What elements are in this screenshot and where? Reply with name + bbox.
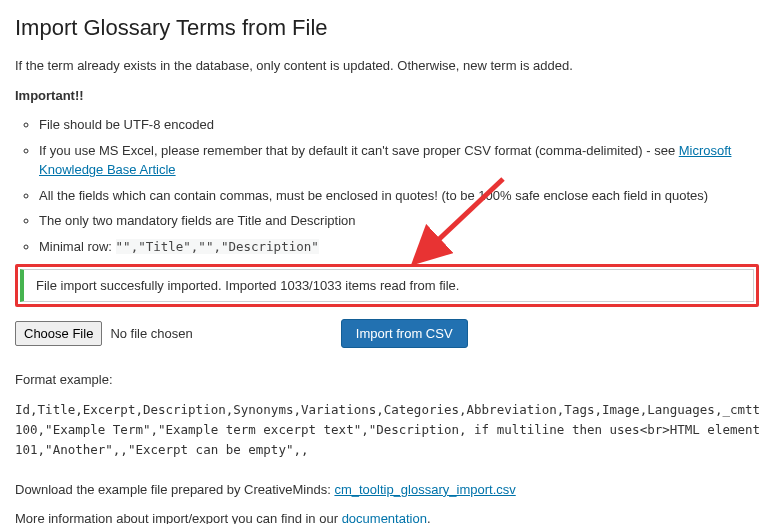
minimal-row-code: "","Title","","Description" — [116, 239, 319, 254]
list-item: All the fields which can contain commas,… — [39, 186, 759, 206]
highlight-box: File import succesfully imported. Import… — [15, 264, 759, 307]
documentation-link[interactable]: documentation — [342, 511, 427, 524]
download-text: Download the example file prepared by Cr… — [15, 480, 759, 500]
minimal-label: Minimal row: — [39, 239, 116, 254]
file-row: Choose File No file chosen Import from C… — [15, 319, 759, 348]
moreinfo-pre: More information about import/export you… — [15, 511, 342, 524]
important-label: Important!! — [15, 86, 759, 106]
list-item: Minimal row: "","Title","","Description" — [39, 237, 759, 257]
format-example-label: Format example: — [15, 370, 759, 390]
important-list: File should be UTF-8 encoded If you use … — [15, 115, 759, 256]
list-item: File should be UTF-8 encoded — [39, 115, 759, 135]
page-title: Import Glossary Terms from File — [15, 15, 759, 41]
download-pre: Download the example file prepared by Cr… — [15, 482, 334, 497]
excel-text: If you use MS Excel, please remember tha… — [39, 143, 679, 158]
list-item: The only two mandatory fields are Title … — [39, 211, 759, 231]
download-link[interactable]: cm_tooltip_glossary_import.csv — [334, 482, 515, 497]
success-notice: File import succesfully imported. Import… — [20, 269, 754, 302]
intro-text: If the term already exists in the databa… — [15, 56, 759, 76]
list-item: If you use MS Excel, please remember tha… — [39, 141, 759, 180]
import-csv-button[interactable]: Import from CSV — [341, 319, 468, 348]
choose-file-button[interactable]: Choose File — [15, 321, 102, 346]
format-example-block: Id,Title,Excerpt,Description,Synonyms,Va… — [15, 400, 759, 460]
moreinfo-text: More information about import/export you… — [15, 509, 759, 524]
moreinfo-post: . — [427, 511, 431, 524]
no-file-label: No file chosen — [110, 326, 192, 341]
